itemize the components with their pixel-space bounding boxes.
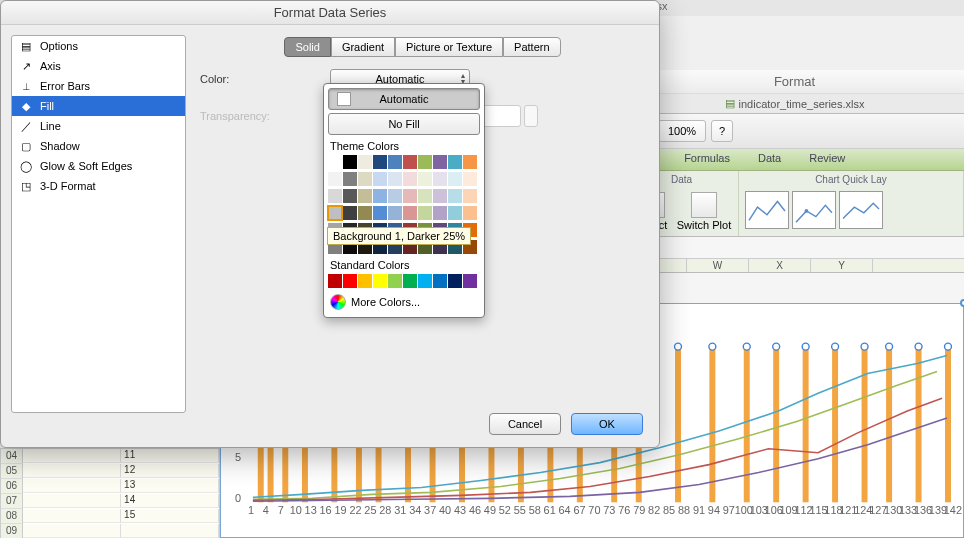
color-swatch[interactable] [373, 172, 387, 186]
col-header[interactable]: W [687, 259, 749, 272]
cell[interactable] [23, 479, 121, 493]
cancel-button[interactable]: Cancel [489, 413, 561, 435]
color-swatch[interactable] [418, 206, 432, 220]
color-swatch[interactable] [343, 189, 357, 203]
ribbon-tab-formulas[interactable]: Formulas [670, 149, 744, 170]
color-swatch[interactable] [463, 189, 477, 203]
color-swatch[interactable] [418, 155, 432, 169]
color-swatch[interactable] [418, 274, 432, 288]
no-fill-option[interactable]: No Fill [328, 113, 480, 135]
color-swatch[interactable] [373, 274, 387, 288]
color-swatch[interactable] [463, 274, 477, 288]
color-swatch[interactable] [403, 274, 417, 288]
color-swatch[interactable] [343, 172, 357, 186]
tab-solid[interactable]: Solid [284, 37, 330, 57]
sidebar-item-axis[interactable]: ↗Axis [12, 56, 185, 76]
color-swatch[interactable] [388, 206, 402, 220]
row-header[interactable]: 05 [1, 464, 23, 479]
color-swatch[interactable] [418, 189, 432, 203]
color-swatch[interactable] [463, 172, 477, 186]
sidebar-item-fill[interactable]: ◆Fill [12, 96, 185, 116]
color-swatch[interactable] [463, 155, 477, 169]
more-colors-option[interactable]: More Colors... [328, 291, 480, 313]
color-swatch[interactable] [448, 189, 462, 203]
transparency-input[interactable] [479, 105, 521, 127]
help-icon[interactable]: ? [711, 120, 733, 142]
color-swatch[interactable] [358, 189, 372, 203]
cell[interactable]: 15 [121, 509, 219, 523]
color-swatch[interactable] [388, 172, 402, 186]
color-swatch[interactable] [403, 172, 417, 186]
color-swatch[interactable] [328, 206, 342, 220]
tab-pattern[interactable]: Pattern [503, 37, 560, 57]
color-swatch[interactable] [448, 206, 462, 220]
cell[interactable] [23, 464, 121, 478]
color-swatch[interactable] [403, 155, 417, 169]
color-swatch[interactable] [388, 189, 402, 203]
color-swatch[interactable] [343, 274, 357, 288]
color-swatch[interactable] [328, 274, 342, 288]
transparency-stepper[interactable] [524, 105, 538, 127]
color-swatch[interactable] [448, 172, 462, 186]
color-swatch[interactable] [358, 206, 372, 220]
cell[interactable] [23, 524, 121, 538]
color-swatch[interactable] [328, 155, 342, 169]
cell[interactable]: 13 [121, 479, 219, 493]
zoom-input[interactable]: 100% [658, 120, 706, 142]
row-header[interactable]: 08 [1, 509, 23, 524]
cell[interactable] [23, 449, 121, 463]
color-swatch[interactable] [463, 206, 477, 220]
sidebar-item-line[interactable]: ／Line [12, 116, 185, 136]
cell[interactable] [23, 509, 121, 523]
color-swatch[interactable] [433, 155, 447, 169]
switch-plot-button[interactable]: Switch Plot [676, 189, 732, 231]
cell[interactable]: 14 [121, 494, 219, 508]
color-swatch[interactable] [448, 274, 462, 288]
automatic-option[interactable]: Automatic [328, 88, 480, 110]
cell[interactable] [121, 524, 219, 538]
color-swatch[interactable] [373, 206, 387, 220]
row-header[interactable]: 09 [1, 524, 23, 538]
col-header[interactable]: X [749, 259, 811, 272]
cell[interactable]: 12 [121, 464, 219, 478]
color-swatch[interactable] [433, 206, 447, 220]
cell[interactable]: 11 [121, 449, 219, 463]
ok-button[interactable]: OK [571, 413, 643, 435]
sidebar-item-3-d-format[interactable]: ◳3-D Format [12, 176, 185, 196]
sidebar-item-glow-soft-edges[interactable]: ◯Glow & Soft Edges [12, 156, 185, 176]
color-swatch[interactable] [418, 172, 432, 186]
color-swatch[interactable] [343, 155, 357, 169]
color-swatch[interactable] [433, 274, 447, 288]
color-swatch[interactable] [328, 172, 342, 186]
color-swatch[interactable] [358, 155, 372, 169]
ribbon-tab-data[interactable]: Data [744, 149, 795, 170]
chart-layout-3[interactable] [839, 191, 883, 229]
tab-picture-or-texture[interactable]: Picture or Texture [395, 37, 503, 57]
row-header[interactable]: 07 [1, 494, 23, 509]
col-header[interactable]: Y [811, 259, 873, 272]
color-swatch[interactable] [448, 155, 462, 169]
sidebar-item-error-bars[interactable]: ⟂Error Bars [12, 76, 185, 96]
color-swatch[interactable] [433, 172, 447, 186]
color-swatch[interactable] [433, 189, 447, 203]
color-swatch[interactable] [388, 274, 402, 288]
chart-layout-2[interactable] [792, 191, 836, 229]
fill-tabs: SolidGradientPicture or TexturePattern [200, 37, 645, 57]
chart-layout-1[interactable] [745, 191, 789, 229]
row-header[interactable]: 04 [1, 449, 23, 464]
ribbon-tab-review[interactable]: Review [795, 149, 859, 170]
color-swatch[interactable] [388, 155, 402, 169]
color-swatch[interactable] [358, 172, 372, 186]
color-swatch[interactable] [403, 189, 417, 203]
sidebar-item-options[interactable]: ▤Options [12, 36, 185, 56]
color-swatch[interactable] [403, 206, 417, 220]
color-swatch[interactable] [328, 189, 342, 203]
color-swatch[interactable] [358, 274, 372, 288]
row-header[interactable]: 06 [1, 479, 23, 494]
color-swatch[interactable] [373, 189, 387, 203]
color-swatch[interactable] [343, 206, 357, 220]
tab-gradient[interactable]: Gradient [331, 37, 395, 57]
cell[interactable] [23, 494, 121, 508]
sidebar-item-shadow[interactable]: ▢Shadow [12, 136, 185, 156]
color-swatch[interactable] [373, 155, 387, 169]
